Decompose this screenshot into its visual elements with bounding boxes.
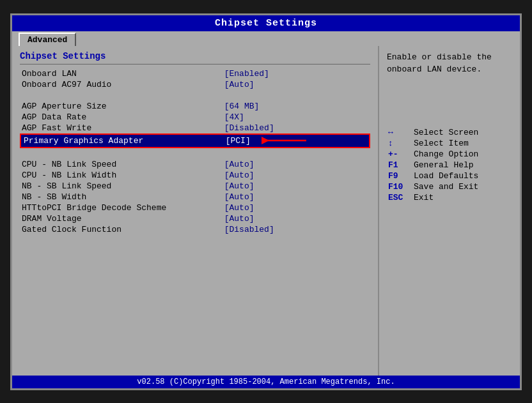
tab-advanced[interactable]: Advanced (19, 33, 76, 46)
nav-item: F9Load Defaults (387, 171, 512, 181)
footer-text: v02.58 (C)Copyright 1985-2004, American … (137, 377, 395, 386)
setting-name: AGP Fast Write (20, 123, 223, 134)
help-text: Enable or disable the onboard LAN device… (387, 51, 512, 76)
nav-item: ↕Select Item (387, 138, 512, 149)
setting-value: [Auto] (223, 170, 370, 181)
setting-value: [Auto] (223, 181, 370, 192)
nav-key: +- (387, 149, 412, 160)
setting-value: [Enabled] (223, 68, 370, 79)
nav-item: F10Save and Exit (387, 181, 512, 192)
nav-help: ↔Select Screen↕Select Item+-Change Optio… (387, 127, 512, 203)
nav-table: ↔Select Screen↕Select Item+-Change Optio… (387, 127, 512, 203)
setting-name: Onboard AC97 Audio (20, 79, 223, 90)
nav-item: ESCExit (387, 192, 512, 203)
setting-name: NB - SB Width (20, 192, 223, 202)
setting-value: [Auto] (223, 79, 370, 90)
setting-value: [Auto] (223, 202, 370, 213)
nav-key: ↕ (387, 138, 412, 149)
setting-name: CPU - NB Link Width (20, 170, 223, 181)
setting-name: Primary Graphics Adapter (20, 134, 223, 148)
nav-desc: Exit (412, 192, 512, 203)
nav-key: ESC (387, 192, 412, 203)
setting-value: [Auto] (223, 213, 370, 224)
nav-key: F10 (387, 181, 412, 192)
setting-value: [Disabled] (223, 123, 370, 134)
bios-window: Chipset Settings Advanced Chipset Settin… (10, 13, 522, 390)
setting-value-highlighted: [PCI] (223, 134, 370, 148)
nav-desc: Save and Exit (412, 181, 512, 192)
nav-key: F1 (387, 160, 412, 171)
panel-title: Chipset Settings (20, 51, 370, 65)
nav-desc: Load Defaults (412, 171, 512, 181)
setting-name: AGP Data Rate (20, 112, 223, 123)
setting-name: HTTtoPCI Bridge Decode Scheme (20, 202, 223, 213)
nav-desc: General Help (412, 160, 512, 171)
arrow-indicator (262, 134, 319, 147)
setting-value: [Disabled] (223, 224, 370, 235)
window-title: Chipset Settings (215, 18, 317, 29)
setting-name: DRAM Voltage (20, 213, 223, 224)
nav-key: ↔ (387, 127, 412, 138)
tab-row: Advanced (12, 31, 520, 46)
nav-item: ↔Select Screen (387, 127, 512, 138)
setting-name: CPU - NB Link Speed (20, 159, 223, 170)
svg-marker-1 (262, 137, 269, 144)
footer-bar: v02.58 (C)Copyright 1985-2004, American … (12, 376, 520, 388)
setting-value: [4X] (223, 112, 370, 123)
left-panel: Chipset Settings Onboard LAN[Enabled]Onb… (12, 46, 379, 376)
nav-item: F1General Help (387, 160, 512, 171)
setting-value: [Auto] (223, 192, 370, 202)
setting-name: AGP Aperture Size (20, 101, 223, 112)
settings-table: Onboard LAN[Enabled]Onboard AC97 Audio[A… (20, 68, 370, 235)
setting-value: [Auto] (223, 159, 370, 170)
nav-desc: Select Screen (412, 127, 512, 138)
setting-name: Onboard LAN (20, 68, 223, 79)
nav-desc: Change Option (412, 149, 512, 160)
main-area: Chipset Settings Onboard LAN[Enabled]Onb… (12, 46, 520, 376)
nav-item: +-Change Option (387, 149, 512, 160)
right-panel: Enable or disable the onboard LAN device… (379, 46, 520, 376)
setting-name: NB - SB Link Speed (20, 181, 223, 192)
nav-desc: Select Item (412, 138, 512, 149)
nav-key: F9 (387, 171, 412, 181)
title-bar: Chipset Settings (12, 15, 520, 31)
setting-name: Gated Clock Function (20, 224, 223, 235)
setting-value: [64 MB] (223, 101, 370, 112)
